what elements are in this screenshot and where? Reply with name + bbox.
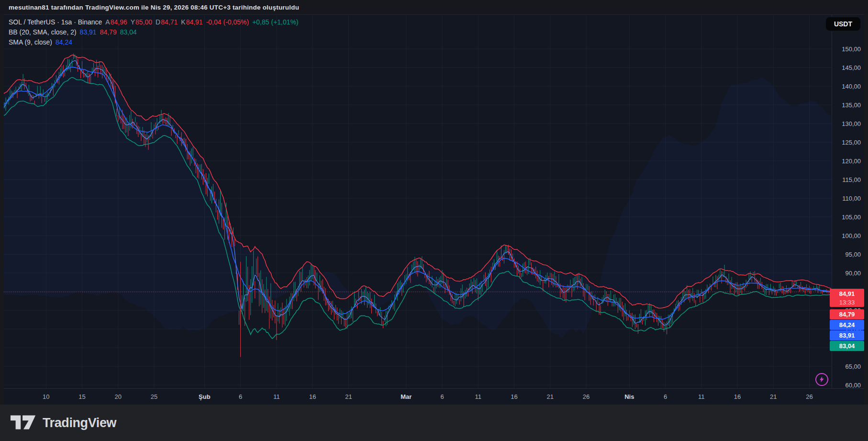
time-tick-month-label: Şub (199, 393, 211, 400)
price-tick-label: 130,00 (842, 120, 861, 127)
attribution-text: mesutinan81 tarafından TradingView.com i… (9, 4, 299, 11)
time-tick-label: 16 (309, 393, 316, 400)
time-tick-label: 15 (78, 393, 85, 400)
price-badge-value: 84,79 (830, 309, 864, 319)
lightning-badge-icon[interactable] (815, 373, 828, 386)
bar-countdown-timer: 13:33 (830, 298, 864, 307)
price-tick-label: 60,00 (845, 382, 861, 389)
chart-canvas[interactable] (4, 15, 832, 388)
bb-lower-value: 83,04 (120, 28, 137, 36)
price-badge-2: 84,24 (830, 320, 864, 330)
indicator-row-sma[interactable]: SMA (9, close) 84,24 (9, 38, 299, 47)
price-badge-value: 84,24 (830, 320, 864, 330)
time-tick-label: 21 (345, 393, 352, 400)
price-tick-label: 110,00 (842, 195, 861, 202)
change-positive: +0,85 (+1,01%) (252, 18, 299, 26)
time-tick-label: 6 (440, 393, 444, 400)
tradingview-logo[interactable]: TradingView (11, 415, 116, 431)
ohlc-high: Y 85,00 (131, 18, 152, 26)
sma-indicator-name: SMA (9, close) (9, 38, 52, 46)
price-tick-label: 90,00 (845, 270, 861, 277)
sma-value: 84,24 (56, 38, 72, 46)
price-tick-label: 115,00 (842, 176, 861, 183)
indicator-row-bb[interactable]: BB (20, SMA, close, 2) 83,91 84,79 83,04 (9, 28, 299, 37)
time-tick-label: 21 (770, 393, 777, 400)
price-badge-current: 84,9113:33 (830, 289, 864, 307)
price-tick-label: 120,00 (842, 158, 861, 165)
usdt-currency-button[interactable]: USDT (825, 17, 861, 31)
time-scale[interactable]: 10152025Şub6111621Mar611162126Nis6111621… (4, 388, 864, 405)
bb-upper-value: 84,79 (100, 28, 117, 36)
price-badge-value: 84,91 (830, 289, 864, 299)
price-badge-3: 83,91 (830, 330, 864, 340)
price-plot[interactable] (4, 15, 832, 388)
time-tick-label: 20 (115, 393, 122, 400)
price-scale[interactable]: 150,00145,00140,00135,00130,00125,00120,… (832, 15, 864, 388)
footer-bar: TradingView (0, 405, 868, 441)
time-tick-label: 25 (151, 393, 157, 400)
price-tick-label: 140,00 (842, 83, 861, 90)
attribution-bar: mesutinan81 tarafından TradingView.com i… (0, 0, 868, 14)
price-tick-label: 150,00 (842, 45, 861, 53)
price-tick-label: 135,00 (842, 102, 861, 109)
ohlc-low: D 84,71 (156, 18, 178, 26)
time-tick-label: 21 (547, 393, 554, 400)
price-tick-label: 105,00 (842, 214, 861, 221)
time-tick-label: 16 (734, 393, 741, 400)
change-negative: -0,04 (-0,05%) (206, 18, 249, 26)
time-tick-label: 10 (43, 393, 49, 400)
time-tick-month-label: Mar (401, 393, 412, 400)
price-tick-label: 65,00 (845, 363, 861, 370)
time-tick-label: 6 (664, 393, 667, 400)
price-badge-value: 83,91 (830, 330, 864, 340)
price-tick-label: 145,00 (842, 64, 861, 71)
time-tick-label: 16 (511, 393, 517, 400)
chart-card: SOL / TetherUS · 1sa · Binance A 84,96 Y… (4, 14, 864, 405)
ohlc-close: K 84,91 (181, 18, 202, 26)
price-badge-4: 83,04 (830, 341, 864, 351)
time-tick-month-label: Nis (624, 393, 634, 400)
time-tick-label: 26 (583, 393, 590, 400)
price-tick-label: 95,00 (845, 251, 861, 258)
time-tick-label: 6 (239, 393, 242, 400)
price-badge-1: 84,79 (830, 309, 864, 319)
ohlc-open: A 84,96 (105, 18, 127, 26)
price-tick-label: 100,00 (842, 232, 861, 239)
time-tick-label: 11 (698, 393, 705, 400)
lightning-bolt-icon (818, 376, 825, 383)
time-tick-label: 26 (806, 393, 812, 400)
time-tick-label: 11 (475, 393, 482, 400)
tradingview-glyph-icon (11, 415, 37, 431)
price-tick-label: 125,00 (842, 139, 861, 146)
price-badge-value: 83,04 (830, 341, 864, 351)
tradingview-wordmark: TradingView (43, 416, 116, 430)
bb-indicator-name: BB (20, SMA, close, 2) (9, 28, 77, 36)
bb-band-fill (4, 55, 831, 339)
symbol-title: SOL / TetherUS · 1sa · Binance (9, 18, 102, 26)
chart-legend: SOL / TetherUS · 1sa · Binance A 84,96 Y… (9, 18, 299, 48)
time-tick-label: 11 (273, 393, 280, 400)
symbol-legend-row[interactable]: SOL / TetherUS · 1sa · Binance A 84,96 Y… (9, 18, 299, 27)
bb-basis-value: 83,91 (80, 28, 97, 36)
